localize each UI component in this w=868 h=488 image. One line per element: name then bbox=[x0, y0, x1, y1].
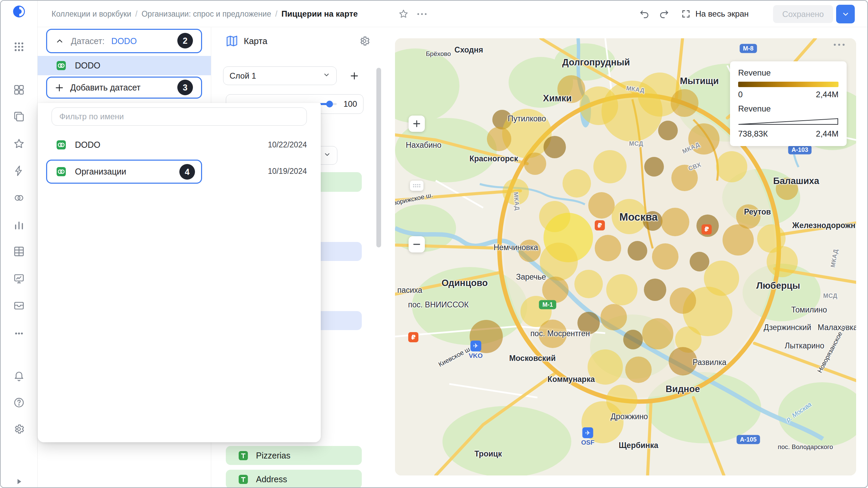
breadcrumb-separator: / bbox=[135, 9, 137, 19]
dashboards-icon[interactable] bbox=[12, 272, 26, 285]
selected-dataset-row[interactable]: DODO bbox=[38, 56, 211, 75]
map-town-label: Заречье bbox=[516, 272, 546, 282]
page-title: Пиццерии на карте bbox=[281, 9, 358, 19]
workbooks-icon[interactable] bbox=[12, 110, 26, 123]
expand-panel-icon[interactable] bbox=[12, 475, 26, 488]
selected-dataset-label: DODO bbox=[75, 61, 100, 70]
map-town-label: Путилково bbox=[508, 114, 546, 123]
ruble-marker[interactable]: ₽ bbox=[595, 220, 605, 230]
dataset-icon bbox=[56, 166, 66, 177]
more-icon[interactable] bbox=[12, 327, 26, 340]
topbar: Коллекции и воркбуки / Организации: спро… bbox=[38, 1, 867, 27]
help-icon[interactable] bbox=[12, 396, 26, 409]
legend-size-min: 738,83К bbox=[738, 129, 768, 139]
map-town-label: МКАД bbox=[829, 248, 840, 268]
slider-knob[interactable] bbox=[326, 101, 333, 107]
zoom-out-button[interactable] bbox=[409, 236, 425, 252]
map-town-label: Красногорск bbox=[469, 154, 518, 163]
fullscreen-label[interactable]: На весь экран bbox=[695, 1, 749, 27]
map-town-label: Развилка bbox=[693, 358, 727, 367]
chart-settings-gear-icon[interactable] bbox=[359, 35, 370, 48]
map-town-label: Лыткарино bbox=[785, 341, 824, 350]
breadcrumb-collections[interactable]: Коллекции и воркбуки bbox=[52, 9, 131, 19]
map-town-label: Новорижское ш. bbox=[395, 191, 433, 209]
zoom-drag-handle[interactable] bbox=[410, 181, 423, 191]
step-badge-4: 4 bbox=[179, 164, 195, 180]
breadcrumb-separator: / bbox=[275, 9, 277, 19]
dataset-list-item-organizations[interactable]: Организации 4 bbox=[46, 160, 202, 184]
charts-icon[interactable] bbox=[12, 218, 26, 232]
airport-marker[interactable]: ✈VKO bbox=[469, 341, 482, 360]
map-widget-menu-icon[interactable] bbox=[834, 44, 845, 46]
map-town-label: пасиха bbox=[397, 286, 422, 295]
apps-grid-icon[interactable] bbox=[12, 40, 26, 54]
field-chip-label: Address bbox=[256, 474, 287, 484]
road-badge: А-105 bbox=[736, 435, 760, 444]
favorite-star-icon[interactable] bbox=[398, 1, 409, 27]
zoom-in-button[interactable] bbox=[409, 116, 425, 132]
legend-size-max: 2,44M bbox=[816, 129, 839, 139]
legend-color-min: 0 bbox=[738, 90, 743, 99]
favorites-star-icon[interactable] bbox=[12, 137, 26, 150]
sidebar bbox=[1, 1, 38, 487]
map-town-label: Дзержинский bbox=[764, 323, 811, 332]
tables-icon[interactable] bbox=[12, 245, 26, 258]
map-town-label: Щербинка bbox=[619, 441, 658, 450]
map-legend: Revenue 0 2,44M Revenue 738,83К 2,44M bbox=[730, 61, 847, 146]
map-town-label: Видное bbox=[666, 384, 700, 394]
datalens-logo[interactable] bbox=[12, 5, 26, 18]
undo-icon[interactable] bbox=[639, 1, 650, 27]
legend-color-title: Revenue bbox=[738, 68, 839, 78]
saved-button[interactable]: Сохранено bbox=[773, 5, 833, 23]
ruble-marker[interactable]: ₽ bbox=[702, 224, 712, 235]
dataset-list-item-dodo[interactable]: DODO 10/22/2024 bbox=[38, 136, 321, 153]
collections-icon[interactable] bbox=[12, 83, 26, 97]
chevron-up-icon bbox=[55, 37, 64, 45]
legend-size-title: Revenue bbox=[738, 104, 839, 114]
map-town-label: МКАД bbox=[512, 192, 521, 211]
settings-gear-icon[interactable] bbox=[12, 422, 26, 436]
map-town-label: Киевское ш. bbox=[437, 345, 473, 368]
map-town-label: Реутов bbox=[744, 207, 771, 217]
fullscreen-icon[interactable] bbox=[681, 1, 691, 27]
map-town-label: Дрожжино bbox=[611, 412, 648, 421]
map-town-label: Одинцово bbox=[441, 278, 488, 288]
layer-select-value: Слой 1 bbox=[230, 71, 256, 81]
page-menu-icon[interactable] bbox=[417, 1, 427, 27]
breadcrumb: Коллекции и воркбуки / Организации: спро… bbox=[52, 1, 358, 27]
ruble-marker[interactable]: ₽ bbox=[408, 332, 418, 342]
storage-icon[interactable] bbox=[12, 299, 26, 312]
dataset-filter-input[interactable] bbox=[52, 107, 307, 126]
legend-color-gradient bbox=[738, 82, 839, 87]
map-town-label: Москва bbox=[619, 211, 658, 223]
dataset-name-link[interactable]: DODO bbox=[111, 36, 137, 46]
quick-actions-icon[interactable] bbox=[12, 164, 26, 178]
road-badge: М-1 bbox=[539, 300, 556, 309]
legend-color-max: 2,44M bbox=[816, 90, 839, 99]
map-widget[interactable]: БрёховоСходняДолгопрудныйМытищиХимкиПути… bbox=[395, 38, 856, 475]
airport-marker[interactable]: ✈OSF bbox=[581, 427, 594, 446]
map-town-label: Коммунарка bbox=[548, 375, 595, 384]
notifications-bell-icon[interactable] bbox=[12, 369, 26, 382]
field-chip-address[interactable]: Address bbox=[226, 470, 362, 488]
map-town-label: р. Москва bbox=[785, 401, 813, 423]
map-town-label: Мытищи bbox=[680, 76, 719, 86]
map-town-label: Люберцы bbox=[756, 281, 800, 291]
chevron-down-icon bbox=[323, 71, 330, 81]
plus-icon bbox=[350, 71, 359, 81]
layer-select[interactable]: Слой 1 bbox=[223, 66, 337, 85]
map-town-label: Брёхово bbox=[426, 50, 451, 58]
save-dropdown-button[interactable] bbox=[836, 5, 855, 23]
breadcrumb-workbook[interactable]: Организации: спрос и предложение bbox=[141, 9, 271, 19]
legend-size-wedge bbox=[738, 118, 839, 125]
redo-icon[interactable] bbox=[659, 1, 669, 27]
map-town-label: Железнодорожн bbox=[792, 221, 855, 230]
field-chip-pizzerias[interactable]: Pizzerias bbox=[226, 446, 362, 465]
config-scrollbar[interactable] bbox=[376, 68, 381, 247]
dataset-dropdown: DODO 10/22/2024 Организации 4 10/19/2024 bbox=[38, 103, 321, 442]
map-town-label: Немчиновка bbox=[494, 243, 538, 252]
datasets-icon[interactable] bbox=[12, 191, 26, 205]
add-layer-button[interactable] bbox=[344, 66, 364, 85]
field-chip-label: Pizzerias bbox=[256, 451, 290, 461]
map-town-label: МСД bbox=[823, 292, 837, 299]
